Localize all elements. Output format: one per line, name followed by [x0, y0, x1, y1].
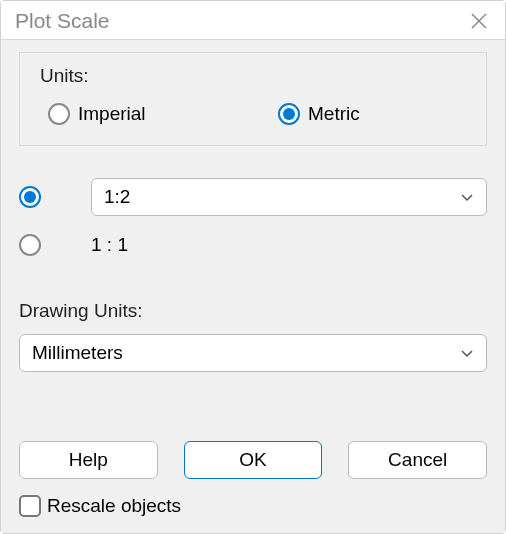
chevron-down-icon [460, 344, 474, 362]
units-radio-row: Imperial Metric [40, 103, 474, 125]
scale-fixed-row: 1 : 1 [19, 234, 487, 256]
button-row: Help OK Cancel [19, 441, 487, 479]
units-metric-radio[interactable]: Metric [278, 103, 360, 125]
scale-dropdown-value: 1:2 [104, 186, 130, 208]
units-imperial-label: Imperial [78, 103, 146, 125]
scale-custom-radio[interactable] [19, 186, 91, 208]
drawing-units-section: Drawing Units: Millimeters [19, 300, 487, 372]
close-button[interactable] [467, 9, 491, 33]
scale-dropdown[interactable]: 1:2 [91, 178, 487, 216]
units-group: Units: Imperial Metric [19, 52, 487, 146]
cancel-button[interactable]: Cancel [348, 441, 487, 479]
radio-icon [19, 186, 41, 208]
ok-button-label: OK [239, 449, 266, 471]
scale-custom-row: 1:2 [19, 178, 487, 216]
ok-button[interactable]: OK [184, 441, 323, 479]
chevron-down-icon [460, 188, 474, 206]
radio-icon [278, 103, 300, 125]
radio-icon [19, 234, 41, 256]
scale-section: 1:2 1 : 1 [19, 178, 487, 274]
scale-fixed-radio[interactable] [19, 234, 91, 256]
drawing-units-value: Millimeters [32, 342, 123, 364]
rescale-checkbox[interactable] [19, 495, 41, 517]
scale-fixed-label: 1 : 1 [91, 234, 487, 256]
help-button-label: Help [69, 449, 108, 471]
units-imperial-radio[interactable]: Imperial [48, 103, 268, 125]
rescale-label: Rescale objects [47, 495, 181, 517]
help-button[interactable]: Help [19, 441, 158, 479]
titlebar: Plot Scale [1, 1, 505, 39]
dialog-title: Plot Scale [15, 9, 110, 33]
plot-scale-dialog: Plot Scale Units: Imperial Metric [0, 0, 506, 534]
units-metric-label: Metric [308, 103, 360, 125]
radio-icon [48, 103, 70, 125]
dialog-content: Units: Imperial Metric [1, 39, 505, 533]
drawing-units-dropdown[interactable]: Millimeters [19, 334, 487, 372]
units-label: Units: [40, 65, 474, 87]
close-icon [470, 12, 488, 30]
rescale-row: Rescale objects [19, 495, 487, 517]
drawing-units-label: Drawing Units: [19, 300, 487, 322]
cancel-button-label: Cancel [388, 449, 447, 471]
